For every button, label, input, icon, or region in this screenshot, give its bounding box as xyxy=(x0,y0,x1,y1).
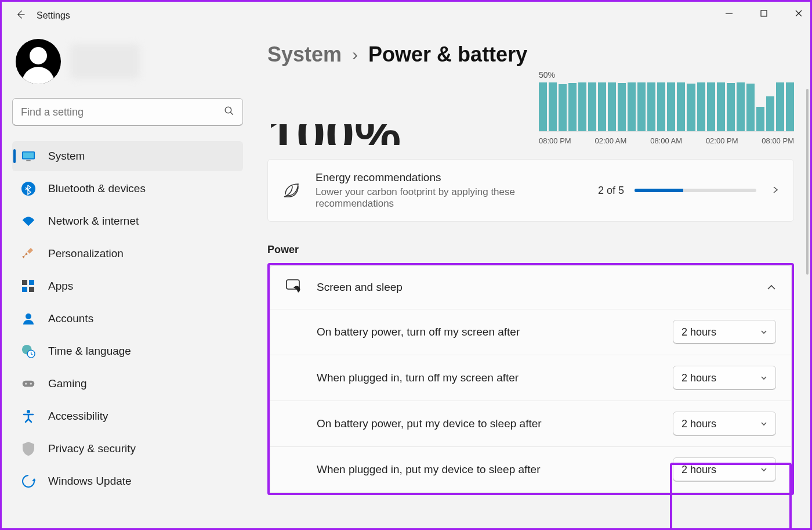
duration-dropdown[interactable]: 2 hours xyxy=(673,457,776,482)
duration-dropdown[interactable]: 2 hours xyxy=(673,412,776,436)
sidebar-item-privacy[interactable]: Privacy & security xyxy=(12,434,243,464)
close-button[interactable] xyxy=(791,5,807,21)
sidebar-item-time-language[interactable]: Time & language xyxy=(12,336,243,366)
sidebar-item-label: Accounts xyxy=(48,312,93,325)
screen-and-sleep-title: Screen and sleep xyxy=(317,281,403,294)
maximize-button[interactable] xyxy=(756,5,772,21)
screen-sleep-label: When plugged in, turn off my screen afte… xyxy=(317,372,519,384)
svg-rect-19 xyxy=(23,381,35,387)
search-input[interactable] xyxy=(21,106,224,118)
sidebar-item-label: Bluetooth & devices xyxy=(48,182,146,195)
sidebar-item-network[interactable]: Network & internet xyxy=(12,206,243,236)
sidebar: System Bluetooth & devices Network & int… xyxy=(2,30,251,528)
chevron-down-icon xyxy=(760,420,767,428)
accessibility-icon xyxy=(21,409,35,423)
duration-dropdown[interactable]: 2 hours xyxy=(673,366,776,390)
svg-rect-12 xyxy=(22,287,27,292)
back-button[interactable] xyxy=(14,9,26,23)
sidebar-item-label: Gaming xyxy=(48,377,87,390)
energy-progress-bar xyxy=(635,189,756,192)
sidebar-item-label: System xyxy=(48,150,85,163)
breadcrumb-parent[interactable]: System xyxy=(267,42,342,67)
sidebar-item-label: Privacy & security xyxy=(48,442,136,455)
monitor-icon xyxy=(21,149,35,163)
energy-progress-text: 2 of 5 xyxy=(598,185,624,197)
chart-bar xyxy=(707,82,715,131)
scrollbar[interactable] xyxy=(806,89,809,275)
app-title: Settings xyxy=(37,10,70,21)
user-name-redacted xyxy=(70,44,140,79)
screen-sleep-label: On battery power, turn off my screen aft… xyxy=(317,326,520,338)
energy-recommendations-card[interactable]: Energy recommendations Lower your carbon… xyxy=(267,159,794,222)
search-icon xyxy=(224,106,234,118)
battery-percent-partial: 100% xyxy=(267,124,401,145)
minimize-button[interactable] xyxy=(721,5,737,21)
chart-bar xyxy=(657,82,665,131)
svg-rect-13 xyxy=(29,287,34,292)
sidebar-item-gaming[interactable]: Gaming xyxy=(12,369,243,399)
sidebar-item-label: Time & language xyxy=(48,345,131,358)
chart-bar xyxy=(647,82,655,131)
svg-point-14 xyxy=(26,313,31,319)
chart-xtick: 02:00 AM xyxy=(594,136,626,145)
chart-bar xyxy=(727,83,735,131)
clock-globe-icon xyxy=(21,344,35,358)
breadcrumb-separator: › xyxy=(352,45,358,64)
gamepad-icon xyxy=(21,377,35,391)
chart-bar xyxy=(618,83,626,131)
svg-point-4 xyxy=(225,107,231,113)
screen-sleep-label: On battery power, put my device to sleep… xyxy=(317,417,542,430)
chart-bar xyxy=(786,82,794,131)
chart-bar xyxy=(637,82,646,131)
chevron-up-icon xyxy=(767,282,776,294)
power-section-header: Power xyxy=(267,244,794,256)
person-icon xyxy=(21,312,35,326)
sidebar-item-personalization[interactable]: Personalization xyxy=(12,239,243,269)
sidebar-item-label: Accessibility xyxy=(48,410,108,423)
chart-bar xyxy=(776,82,784,131)
bluetooth-icon xyxy=(21,182,35,196)
avatar-icon xyxy=(16,39,61,84)
chart-bar xyxy=(539,82,547,131)
chart-bar xyxy=(717,82,725,131)
chevron-down-icon xyxy=(760,328,767,337)
svg-rect-11 xyxy=(29,280,34,285)
sidebar-item-bluetooth[interactable]: Bluetooth & devices xyxy=(12,174,243,204)
svg-rect-1 xyxy=(761,10,767,16)
chart-bar xyxy=(549,82,557,131)
chevron-down-icon xyxy=(760,466,767,474)
sidebar-item-label: Windows Update xyxy=(48,475,132,488)
brush-icon xyxy=(21,247,35,261)
sidebar-item-apps[interactable]: Apps xyxy=(12,271,243,301)
search-box[interactable] xyxy=(12,98,243,126)
sidebar-item-system[interactable]: System xyxy=(12,141,243,171)
battery-chart[interactable]: 50% 08:00 PM02:00 AM08:00 AM02:00 PM08:0… xyxy=(539,70,794,145)
dropdown-value: 2 hours xyxy=(682,418,716,430)
chart-bar xyxy=(756,107,764,131)
duration-dropdown[interactable]: 2 hours xyxy=(673,320,776,344)
energy-subtitle: Lower your carbon footprint by applying … xyxy=(316,186,559,210)
dropdown-value: 2 hours xyxy=(682,464,716,476)
chevron-right-icon xyxy=(771,185,780,197)
svg-rect-10 xyxy=(22,280,27,285)
svg-line-5 xyxy=(230,112,233,115)
chart-bar xyxy=(568,83,577,131)
sidebar-item-accounts[interactable]: Accounts xyxy=(12,304,243,334)
energy-title: Energy recommendations xyxy=(316,171,559,184)
profile-row[interactable] xyxy=(12,39,243,84)
chart-xtick: 02:00 PM xyxy=(706,136,738,145)
sidebar-item-update[interactable]: Windows Update xyxy=(12,466,243,496)
screen-sleep-icon xyxy=(285,279,303,296)
chart-bar xyxy=(746,84,755,131)
sidebar-item-accessibility[interactable]: Accessibility xyxy=(12,401,243,431)
screen-sleep-label: When plugged in, put my device to sleep … xyxy=(317,463,541,476)
chart-xtick: 08:00 PM xyxy=(539,136,571,145)
screen-and-sleep-header[interactable]: Screen and sleep xyxy=(270,265,792,309)
chart-bar xyxy=(667,82,675,131)
chart-bar xyxy=(608,82,616,131)
sidebar-item-label: Apps xyxy=(48,280,73,293)
svg-point-21 xyxy=(30,383,32,384)
screen-sleep-row: When plugged in, put my device to sleep … xyxy=(270,447,792,493)
chart-xtick: 08:00 PM xyxy=(762,136,794,145)
screen-sleep-row: On battery power, put my device to sleep… xyxy=(270,401,792,447)
